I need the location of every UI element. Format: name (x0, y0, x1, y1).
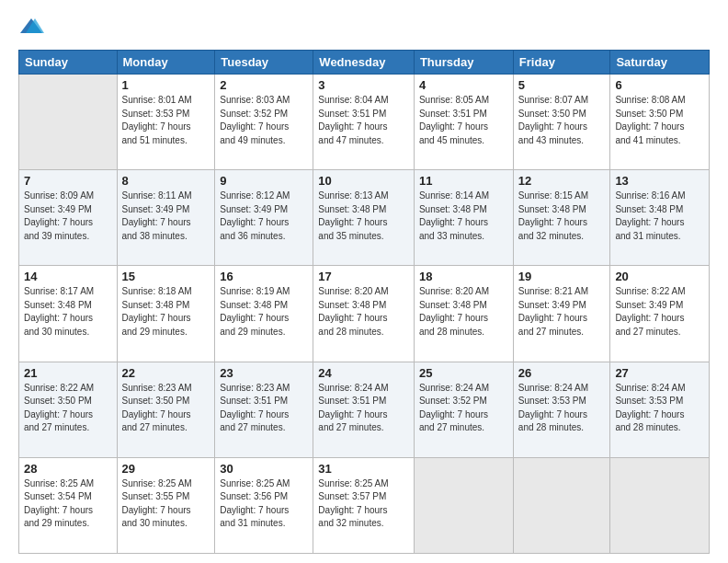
day-info: Sunrise: 8:23 AMSunset: 3:51 PMDaylight:… (220, 382, 308, 435)
day-number: 5 (518, 78, 606, 92)
day-number: 14 (24, 270, 112, 283)
day-info: Sunrise: 8:03 AMSunset: 3:52 PMDaylight:… (220, 94, 308, 147)
calendar-cell: 16Sunrise: 8:19 AMSunset: 3:48 PMDayligh… (215, 266, 313, 362)
calendar-cell: 8Sunrise: 8:11 AMSunset: 3:49 PMDaylight… (117, 170, 215, 266)
day-info: Sunrise: 8:08 AMSunset: 3:50 PMDaylight:… (615, 94, 704, 147)
calendar-header: SundayMondayTuesdayWednesdayThursdayFrid… (19, 51, 710, 75)
day-number: 15 (122, 270, 210, 283)
weekday-header-row: SundayMondayTuesdayWednesdayThursdayFrid… (19, 51, 710, 75)
calendar-cell: 7Sunrise: 8:09 AMSunset: 3:49 PMDaylight… (19, 170, 118, 266)
calendar-cell: 2Sunrise: 8:03 AMSunset: 3:52 PMDaylight… (215, 75, 313, 170)
calendar-cell: 28Sunrise: 8:25 AMSunset: 3:54 PMDayligh… (19, 457, 118, 553)
day-number: 12 (518, 174, 606, 188)
calendar-body: 1Sunrise: 8:01 AMSunset: 3:53 PMDaylight… (19, 75, 710, 554)
calendar-cell: 6Sunrise: 8:08 AMSunset: 3:50 PMDaylight… (610, 75, 710, 170)
calendar-cell: 17Sunrise: 8:20 AMSunset: 3:48 PMDayligh… (313, 266, 415, 362)
calendar-cell: 5Sunrise: 8:07 AMSunset: 3:50 PMDaylight… (513, 75, 610, 170)
calendar-cell: 14Sunrise: 8:17 AMSunset: 3:48 PMDayligh… (19, 266, 118, 362)
calendar-cell (19, 75, 118, 170)
calendar-cell: 15Sunrise: 8:18 AMSunset: 3:48 PMDayligh… (117, 266, 215, 362)
day-number: 28 (24, 462, 112, 476)
week-row-3: 14Sunrise: 8:17 AMSunset: 3:48 PMDayligh… (19, 266, 710, 362)
weekday-header-tuesday: Tuesday (215, 51, 313, 75)
day-info: Sunrise: 8:09 AMSunset: 3:49 PMDaylight:… (24, 190, 112, 243)
day-number: 26 (518, 366, 606, 380)
day-number: 25 (419, 366, 508, 380)
day-info: Sunrise: 8:12 AMSunset: 3:49 PMDaylight:… (220, 190, 308, 243)
calendar-cell (414, 457, 513, 553)
day-info: Sunrise: 8:19 AMSunset: 3:48 PMDaylight:… (220, 285, 308, 339)
calendar-cell: 30Sunrise: 8:25 AMSunset: 3:56 PMDayligh… (215, 457, 313, 553)
day-number: 8 (122, 174, 210, 188)
day-number: 16 (220, 270, 308, 283)
day-info: Sunrise: 8:22 AMSunset: 3:50 PMDaylight:… (24, 382, 112, 435)
page: SundayMondayTuesdayWednesdayThursdayFrid… (0, 0, 728, 563)
calendar-cell: 4Sunrise: 8:05 AMSunset: 3:51 PMDaylight… (414, 75, 513, 170)
calendar-cell: 20Sunrise: 8:22 AMSunset: 3:49 PMDayligh… (610, 266, 710, 362)
logo-icon (18, 15, 44, 40)
day-info: Sunrise: 8:24 AMSunset: 3:52 PMDaylight:… (419, 382, 508, 435)
day-number: 18 (419, 270, 508, 283)
calendar-cell: 1Sunrise: 8:01 AMSunset: 3:53 PMDaylight… (117, 75, 215, 170)
day-info: Sunrise: 8:18 AMSunset: 3:48 PMDaylight:… (122, 285, 210, 339)
calendar-cell: 13Sunrise: 8:16 AMSunset: 3:48 PMDayligh… (610, 170, 710, 266)
calendar-cell (610, 457, 710, 553)
calendar-cell: 22Sunrise: 8:23 AMSunset: 3:50 PMDayligh… (117, 362, 215, 457)
calendar-cell: 18Sunrise: 8:20 AMSunset: 3:48 PMDayligh… (414, 266, 513, 362)
day-number: 7 (24, 174, 112, 188)
calendar-cell: 23Sunrise: 8:23 AMSunset: 3:51 PMDayligh… (215, 362, 313, 457)
weekday-header-saturday: Saturday (610, 51, 710, 75)
day-number: 29 (122, 462, 210, 476)
calendar-cell: 21Sunrise: 8:22 AMSunset: 3:50 PMDayligh… (19, 362, 118, 457)
calendar-cell: 24Sunrise: 8:24 AMSunset: 3:51 PMDayligh… (313, 362, 415, 457)
day-info: Sunrise: 8:17 AMSunset: 3:48 PMDaylight:… (24, 285, 112, 339)
day-info: Sunrise: 8:01 AMSunset: 3:53 PMDaylight:… (122, 94, 210, 147)
calendar-cell: 12Sunrise: 8:15 AMSunset: 3:48 PMDayligh… (513, 170, 610, 266)
day-number: 4 (419, 78, 508, 92)
day-info: Sunrise: 8:25 AMSunset: 3:56 PMDaylight:… (220, 477, 308, 531)
day-number: 22 (122, 366, 210, 380)
calendar-cell: 10Sunrise: 8:13 AMSunset: 3:48 PMDayligh… (313, 170, 415, 266)
week-row-2: 7Sunrise: 8:09 AMSunset: 3:49 PMDaylight… (19, 170, 710, 266)
day-number: 20 (615, 270, 704, 283)
day-info: Sunrise: 8:24 AMSunset: 3:53 PMDaylight:… (615, 382, 704, 435)
calendar-cell: 26Sunrise: 8:24 AMSunset: 3:53 PMDayligh… (513, 362, 610, 457)
day-number: 24 (318, 366, 409, 380)
day-info: Sunrise: 8:24 AMSunset: 3:51 PMDaylight:… (318, 382, 409, 435)
logo (18, 15, 48, 40)
day-info: Sunrise: 8:11 AMSunset: 3:49 PMDaylight:… (122, 190, 210, 243)
calendar-cell: 19Sunrise: 8:21 AMSunset: 3:49 PMDayligh… (513, 266, 610, 362)
day-info: Sunrise: 8:15 AMSunset: 3:48 PMDaylight:… (518, 190, 606, 243)
day-number: 6 (615, 78, 704, 92)
day-number: 19 (518, 270, 606, 283)
calendar-cell: 27Sunrise: 8:24 AMSunset: 3:53 PMDayligh… (610, 362, 710, 457)
day-number: 30 (220, 462, 308, 476)
day-number: 11 (419, 174, 508, 188)
day-info: Sunrise: 8:04 AMSunset: 3:51 PMDaylight:… (318, 94, 409, 147)
day-info: Sunrise: 8:20 AMSunset: 3:48 PMDaylight:… (419, 285, 508, 339)
calendar-table: SundayMondayTuesdayWednesdayThursdayFrid… (18, 50, 710, 554)
header (18, 15, 710, 40)
day-number: 13 (615, 174, 704, 188)
day-info: Sunrise: 8:20 AMSunset: 3:48 PMDaylight:… (318, 285, 409, 339)
weekday-header-sunday: Sunday (19, 51, 118, 75)
week-row-1: 1Sunrise: 8:01 AMSunset: 3:53 PMDaylight… (19, 75, 710, 170)
day-number: 10 (318, 174, 409, 188)
day-number: 17 (318, 270, 409, 283)
calendar-cell: 11Sunrise: 8:14 AMSunset: 3:48 PMDayligh… (414, 170, 513, 266)
day-info: Sunrise: 8:05 AMSunset: 3:51 PMDaylight:… (419, 94, 508, 147)
day-number: 23 (220, 366, 308, 380)
weekday-header-friday: Friday (513, 51, 610, 75)
day-number: 2 (220, 78, 308, 92)
day-number: 21 (24, 366, 112, 380)
day-number: 3 (318, 78, 409, 92)
weekday-header-monday: Monday (117, 51, 215, 75)
day-info: Sunrise: 8:22 AMSunset: 3:49 PMDaylight:… (615, 285, 704, 339)
day-info: Sunrise: 8:07 AMSunset: 3:50 PMDaylight:… (518, 94, 606, 147)
calendar-cell: 9Sunrise: 8:12 AMSunset: 3:49 PMDaylight… (215, 170, 313, 266)
calendar-cell: 25Sunrise: 8:24 AMSunset: 3:52 PMDayligh… (414, 362, 513, 457)
week-row-4: 21Sunrise: 8:22 AMSunset: 3:50 PMDayligh… (19, 362, 710, 457)
week-row-5: 28Sunrise: 8:25 AMSunset: 3:54 PMDayligh… (19, 457, 710, 553)
day-info: Sunrise: 8:23 AMSunset: 3:50 PMDaylight:… (122, 382, 210, 435)
day-info: Sunrise: 8:24 AMSunset: 3:53 PMDaylight:… (518, 382, 606, 435)
